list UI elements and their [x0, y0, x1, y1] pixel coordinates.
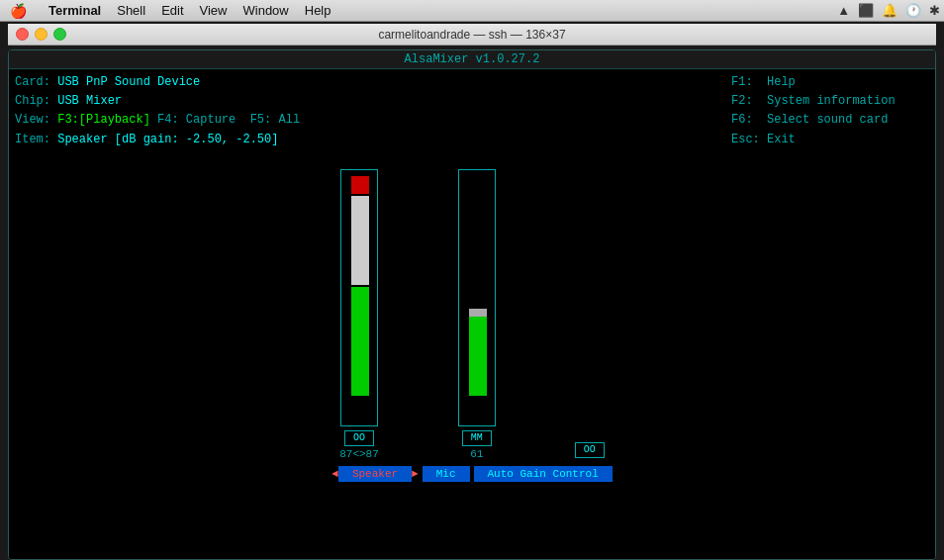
mixer-area: OO 87<>87 MM 61 OO: [15, 169, 929, 460]
mic-level-green: [469, 317, 487, 396]
card-label: Card:: [15, 75, 57, 89]
menu-view[interactable]: View: [192, 1, 236, 20]
menu-help[interactable]: Help: [297, 1, 339, 20]
speaker-channel: OO 87<>87: [339, 169, 379, 460]
speaker-value: 87<>87: [339, 448, 379, 460]
help-f2: F2: System information: [731, 92, 929, 111]
window-controls: [16, 28, 66, 41]
view-f4: F4: Capture: [150, 113, 236, 127]
app-title-bar: AlsaMixer v1.0.27.2: [9, 50, 935, 69]
terminal-content[interactable]: Card: USB PnP Sound Device Chip: USB Mix…: [9, 69, 935, 559]
speaker-arrow-left: ◄: [331, 468, 338, 480]
wifi-icon: ▲: [837, 3, 850, 18]
speaker-arrow-right: ►: [412, 468, 419, 480]
menu-shell[interactable]: Shell: [109, 1, 153, 20]
help-f6: F6: Select sound card: [731, 111, 929, 130]
chip-line: Chip: USB Mixer: [15, 92, 300, 111]
card-line: Card: USB PnP Sound Device: [15, 73, 300, 92]
clock-icon: 🕐: [905, 3, 921, 18]
terminal-window-outer: carmelitoandrade — ssh — 136×37 AlsaMixe…: [8, 24, 936, 560]
view-f5: F5: All: [236, 113, 300, 127]
menu-window[interactable]: Window: [236, 1, 297, 20]
notification-icon: 🔔: [882, 3, 897, 18]
help-f1: F1: Help: [731, 73, 929, 92]
speaker-level-white: [351, 196, 369, 285]
speaker-clip-indicator: [351, 176, 369, 194]
menu-right-icons: ▲ ⬛ 🔔 🕐 ✱: [837, 3, 940, 18]
speaker-select-button[interactable]: Speaker: [338, 466, 412, 482]
item-value: Speaker [dB gain: -2.50, -2.50]: [57, 133, 278, 146]
agc-channel: OO: [575, 438, 605, 460]
agc-select-button[interactable]: Auto Gain Control: [474, 466, 613, 482]
mac-menubar: 🍎 Terminal Shell Edit View Window Help ▲…: [0, 0, 944, 22]
mic-channel: MM 61: [458, 169, 496, 460]
mic-value: 61: [470, 448, 483, 460]
channel-selector-bar: ◄ Speaker ► Mic Auto Gain Control: [15, 466, 929, 482]
view-f3: F3:[Playback]: [57, 113, 150, 127]
close-button[interactable]: [16, 28, 29, 41]
window-titlebar: carmelitoandrade — ssh — 136×37: [8, 24, 936, 46]
minimize-button[interactable]: [35, 28, 47, 41]
bluetooth-icon: ✱: [929, 3, 940, 18]
view-line: View: F3:[Playback] F4: Capture F5: All: [15, 111, 300, 130]
view-label: View:: [15, 113, 57, 127]
card-value: USB PnP Sound Device: [57, 75, 200, 89]
apple-menu-icon[interactable]: 🍎: [4, 1, 33, 21]
info-right: F1: Help F2: System information F6: Sele…: [731, 73, 929, 149]
terminal-window[interactable]: AlsaMixer v1.0.27.2 Card: USB PnP Sound …: [8, 49, 936, 560]
speaker-fader-track[interactable]: [340, 169, 378, 426]
maximize-button[interactable]: [53, 28, 66, 41]
mic-mute-button[interactable]: MM: [462, 430, 492, 446]
speaker-mute-button[interactable]: OO: [344, 430, 374, 446]
mic-select-button[interactable]: Mic: [423, 466, 470, 482]
mic-fader-track[interactable]: [458, 169, 496, 426]
help-esc: Esc: Exit: [731, 131, 929, 149]
window-title: carmelitoandrade — ssh — 136×37: [378, 28, 565, 42]
app-title: AlsaMixer v1.0.27.2: [405, 52, 540, 66]
chip-value: USB Mixer: [57, 94, 122, 108]
battery-icon: ⬛: [858, 3, 874, 18]
menu-edit[interactable]: Edit: [153, 1, 191, 20]
speaker-level-green: [351, 287, 369, 396]
item-line: Item: Speaker [dB gain: -2.50, -2.50]: [15, 131, 300, 149]
menu-terminal[interactable]: Terminal: [41, 1, 109, 20]
info-left: Card: USB PnP Sound Device Chip: USB Mix…: [15, 73, 300, 149]
info-header: Card: USB PnP Sound Device Chip: USB Mix…: [15, 73, 929, 149]
chip-label: Chip:: [15, 94, 57, 108]
item-label: Item:: [15, 133, 57, 146]
agc-mute-button[interactable]: OO: [575, 442, 605, 458]
